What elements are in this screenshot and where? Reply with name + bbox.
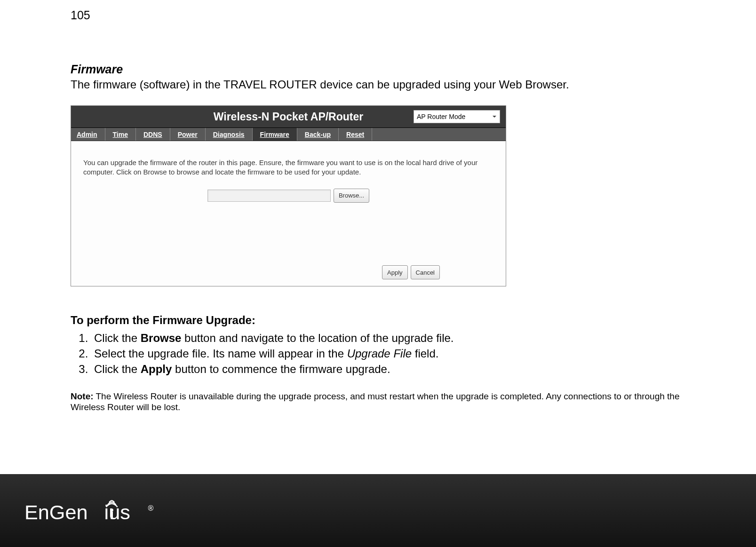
apply-button[interactable]: Apply — [382, 265, 408, 279]
note-paragraph: Note: The Wireless Router is unavailable… — [71, 391, 685, 413]
svg-text:EnGen: EnGen — [24, 500, 88, 523]
note-text: The Wireless Router is unavailable durin… — [71, 391, 679, 412]
tab-back-up[interactable]: Back-up — [297, 128, 339, 141]
list-item: Click the Apply button to commence the f… — [91, 362, 685, 376]
page-number: 105 — [71, 8, 685, 22]
chevron-down-icon — [492, 114, 497, 119]
svg-point-2 — [110, 508, 113, 511]
tab-bar: AdminTimeDDNSPowerDiagnosisFirmwareBack-… — [71, 128, 506, 141]
file-path-input[interactable] — [207, 190, 331, 202]
list-item: Select the upgrade file. Its name will a… — [91, 346, 685, 361]
panel-description: You can upgrade the firmware of the rout… — [83, 158, 493, 177]
instructions-list: Click the Browse button and navigate to … — [71, 331, 685, 377]
tab-reset[interactable]: Reset — [339, 128, 372, 141]
router-admin-panel: Wireless-N Pocket AP/Router AP Router Mo… — [71, 105, 506, 286]
tab-firmware[interactable]: Firmware — [253, 128, 297, 141]
svg-text:ius: ius — [104, 500, 130, 523]
section-intro: The firmware (software) in the TRAVEL RO… — [71, 78, 685, 91]
note-label: Note: — [71, 391, 94, 401]
tab-diagnosis[interactable]: Diagnosis — [206, 128, 253, 141]
page-footer: EnGen ius ® — [0, 474, 756, 547]
engenius-logo: EnGen ius ® — [24, 493, 175, 528]
tab-ddns[interactable]: DDNS — [136, 128, 170, 141]
svg-rect-3 — [111, 511, 113, 519]
mode-select-value: AP Router Mode — [417, 113, 465, 120]
list-item: Click the Browse button and navigate to … — [91, 331, 685, 345]
mode-select-dropdown[interactable]: AP Router Mode — [414, 110, 500, 123]
action-row: Apply Cancel — [382, 265, 440, 279]
panel-body: You can upgrade the firmware of the rout… — [71, 141, 506, 286]
file-select-row: Browse... — [83, 189, 493, 203]
browse-button[interactable]: Browse... — [334, 189, 369, 203]
router-header: Wireless-N Pocket AP/Router AP Router Mo… — [71, 106, 506, 128]
instructions-title: To perform the Firmware Upgrade: — [71, 314, 685, 327]
cancel-button[interactable]: Cancel — [411, 265, 440, 279]
svg-text:®: ® — [148, 504, 153, 512]
tab-time[interactable]: Time — [105, 128, 136, 141]
tab-power[interactable]: Power — [170, 128, 206, 141]
tab-admin[interactable]: Admin — [71, 128, 105, 141]
instructions-section: To perform the Firmware Upgrade: Click t… — [71, 314, 685, 377]
section-title: Firmware — [71, 63, 685, 76]
